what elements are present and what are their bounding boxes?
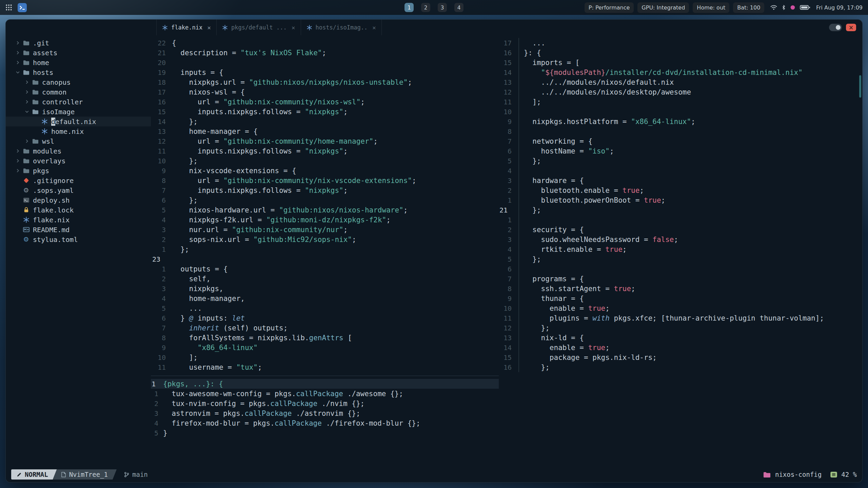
tree-item-controller[interactable]: controller bbox=[6, 97, 151, 107]
code-line[interactable]: 6 } @ inputs: let bbox=[151, 313, 499, 323]
code-line[interactable]: 2 bluetooth.enable = true; bbox=[499, 185, 862, 195]
code-line[interactable]: 15 package = pkgs.nix-ld-rs; bbox=[499, 352, 862, 362]
code-line[interactable]: 15 inputs.nixpkgs.follows = "nixpkgs"; bbox=[151, 107, 499, 117]
tree-item-pkgs[interactable]: pkgs bbox=[6, 166, 151, 176]
tree-item-default-nix[interactable]: default.nix bbox=[6, 117, 151, 126]
tree-item-gitignore[interactable]: .gitignore bbox=[6, 176, 151, 185]
code-line[interactable]: 10 }; bbox=[151, 156, 499, 166]
workspace-button-4[interactable]: 4 bbox=[454, 3, 463, 12]
code-line[interactable]: 9 thunar = { bbox=[499, 293, 862, 303]
workspace-button-1[interactable]: 1 bbox=[405, 3, 414, 12]
tree-item-isoimage[interactable]: isoImage bbox=[6, 107, 151, 117]
code-line[interactable]: 5 }; bbox=[499, 254, 862, 264]
tree-item-canopus[interactable]: canopus bbox=[6, 77, 151, 87]
code-line[interactable]: 5 nixos-hardware.url = "github:nixos/nix… bbox=[151, 205, 499, 215]
code-line[interactable]: 3 nur.url = "github:nix-community/nur"; bbox=[151, 225, 499, 235]
code-line[interactable]: 10 ]; bbox=[151, 352, 499, 362]
tree-item-flake-nix[interactable]: flake.nix bbox=[6, 215, 151, 225]
tree-item-hosts[interactable]: hosts bbox=[6, 67, 151, 77]
window-close-button[interactable]: × bbox=[846, 24, 856, 31]
code-line[interactable]: 11 inputs.nixpkgs.follows = "nixpkgs"; bbox=[151, 146, 499, 156]
code-line[interactable]: 4 nixpkgs-f2k.url = "github:moni-dz/nixp… bbox=[151, 215, 499, 225]
tree-item-home[interactable]: home bbox=[6, 58, 151, 67]
code-line[interactable]: 8 ssh.startAgent = true; bbox=[499, 284, 862, 293]
tab-hosts-isoimag[interactable]: hosts/isoImag..× bbox=[301, 20, 382, 35]
code-line[interactable]: 14 }; bbox=[151, 117, 499, 126]
code-line[interactable]: 11 username = "tux"; bbox=[151, 362, 499, 372]
app-launcher-icon[interactable] bbox=[5, 4, 12, 11]
code-line[interactable]: 21 }; bbox=[499, 205, 862, 215]
code-line[interactable]: 12 }; bbox=[499, 323, 862, 333]
code-line[interactable]: 5 }; bbox=[499, 156, 862, 166]
code-line[interactable]: 15 imports = [ bbox=[499, 58, 862, 67]
tree-item-overlays[interactable]: overlays bbox=[6, 156, 151, 166]
code-line[interactable]: 3 astronvim = pkgs.callPackage ./astronv… bbox=[151, 408, 499, 418]
code-line[interactable]: 5 ... bbox=[151, 303, 499, 313]
editor-pkgs-default-nix[interactable]: 1{pkgs, ...}: {1 tux-awesome-wm-config =… bbox=[151, 376, 499, 467]
tree-item-stylua-toml[interactable]: ⚙stylua.toml bbox=[6, 235, 151, 244]
editor-hosts-isoimage-default-nix[interactable]: 17 ...16}: {15 imports = [14 "${modulesP… bbox=[499, 35, 862, 467]
tree-item-assets[interactable]: assets bbox=[6, 48, 151, 58]
tree-item-deploy-sh[interactable]: deploy.sh bbox=[6, 195, 151, 205]
code-line[interactable]: 1 bluetooth.powerOnBoot = true; bbox=[499, 195, 862, 205]
tab-close-icon[interactable]: × bbox=[292, 24, 295, 31]
code-line[interactable]: 2 sops-nix.url = "github:Mic92/sops-nix"… bbox=[151, 235, 499, 244]
code-line[interactable]: 9 "x86_64-linux" bbox=[151, 343, 499, 352]
tab-close-icon[interactable]: × bbox=[207, 24, 211, 31]
code-line[interactable]: 9 nixpkgs.hostPlatform = "x86_64-linux"; bbox=[499, 117, 862, 126]
code-line[interactable]: 2 tux-nvim-config = pkgs.callPackage ./n… bbox=[151, 399, 499, 408]
code-line[interactable]: 1 bbox=[499, 215, 862, 225]
editor-flake-nix[interactable]: 22{21 description = "tux's NixOS Flake";… bbox=[151, 35, 499, 375]
workspace-button-2[interactable]: 2 bbox=[421, 3, 430, 12]
tree-item-wsl[interactable]: wsl bbox=[6, 136, 151, 146]
code-line[interactable]: 16 url = "github:nix-community/nixos-wsl… bbox=[151, 97, 499, 107]
code-line[interactable]: 4 rtkit.enable = true; bbox=[499, 244, 862, 254]
scrollbar-thumb[interactable] bbox=[859, 75, 861, 98]
code-line[interactable]: 2 security = { bbox=[499, 225, 862, 235]
code-line[interactable]: 8 bbox=[499, 126, 862, 136]
code-line[interactable]: 14 enable = true; bbox=[499, 343, 862, 352]
code-line[interactable]: 8 url = "github:nix-community/nix-vscode… bbox=[151, 176, 499, 185]
code-line[interactable]: 6 bbox=[499, 264, 862, 274]
tree-item-readme-md[interactable]: README.md bbox=[6, 225, 151, 235]
code-line[interactable]: 3 sudo.wheelNeedsPassword = false; bbox=[499, 235, 862, 244]
code-line[interactable]: 13 home-manager = { bbox=[151, 126, 499, 136]
code-line[interactable]: 7 inherit (self) outputs; bbox=[151, 323, 499, 333]
code-line[interactable]: 18 nixpkgs.url = "github:nixos/nixpkgs/n… bbox=[151, 77, 499, 87]
code-line[interactable]: 12 url = "github:nix-community/home-mana… bbox=[151, 136, 499, 146]
code-line[interactable]: 3 nixpkgs, bbox=[151, 284, 499, 293]
code-line[interactable]: 21 description = "tux's NixOS Flake"; bbox=[151, 48, 499, 58]
code-line[interactable]: 3 hardware = { bbox=[499, 176, 862, 185]
code-line[interactable]: 8 forAllSystems = nixpkgs.lib.genAttrs [ bbox=[151, 333, 499, 343]
code-line[interactable]: 4 home-manager, bbox=[151, 293, 499, 303]
code-line[interactable]: 12 ../../modules/nixos/desktop/awesome bbox=[499, 87, 862, 97]
code-line[interactable]: 7 inputs.nixpkgs.follows = "nixpkgs"; bbox=[151, 185, 499, 195]
code-line[interactable]: 13 nix-ld = { bbox=[499, 333, 862, 343]
workspace-button-3[interactable]: 3 bbox=[438, 3, 447, 12]
code-line[interactable]: 2 self, bbox=[151, 274, 499, 284]
tree-item-sops-yaml[interactable]: ⚙.sops.yaml bbox=[6, 185, 151, 195]
code-line[interactable]: 1{pkgs, ...}: { bbox=[151, 379, 499, 389]
tree-item-flake-lock[interactable]: flake.lock bbox=[6, 205, 151, 215]
code-line[interactable]: 16}: { bbox=[499, 48, 862, 58]
code-line[interactable]: 17 nixos-wsl = { bbox=[151, 87, 499, 97]
code-line[interactable]: 9 nix-vscode-extensions = { bbox=[151, 166, 499, 176]
code-line[interactable]: 14 "${modulesPath}/installer/cd-dvd/inst… bbox=[499, 67, 862, 77]
code-line[interactable]: 1 tux-awesome-wm-config = pkgs.callPacka… bbox=[151, 389, 499, 399]
code-line[interactable]: 22{ bbox=[151, 38, 499, 48]
code-line[interactable]: 23 bbox=[151, 254, 499, 264]
code-line[interactable]: 13 ../../modules/nixos/default.nix bbox=[499, 77, 862, 87]
file-explorer[interactable]: .gitassetshomehostscanopuscommoncontroll… bbox=[6, 35, 151, 467]
code-line[interactable]: 10 enable = true; bbox=[499, 303, 862, 313]
tree-item-git[interactable]: .git bbox=[6, 38, 151, 48]
code-line[interactable]: 7 networking = { bbox=[499, 136, 862, 146]
git-branch[interactable]: main bbox=[124, 471, 148, 478]
code-line[interactable]: 11 plugins = with pkgs.xfce; [thunar-arc… bbox=[499, 313, 862, 323]
code-line[interactable]: 7 programs = { bbox=[499, 274, 862, 284]
code-line[interactable]: 6 }; bbox=[151, 195, 499, 205]
code-line[interactable]: 19 inputs = { bbox=[151, 67, 499, 77]
code-line[interactable]: 11 ]; bbox=[499, 97, 862, 107]
code-line[interactable]: 5} bbox=[151, 428, 499, 438]
code-line[interactable]: 4 bbox=[499, 166, 862, 176]
code-line[interactable]: 16 }; bbox=[499, 362, 862, 372]
